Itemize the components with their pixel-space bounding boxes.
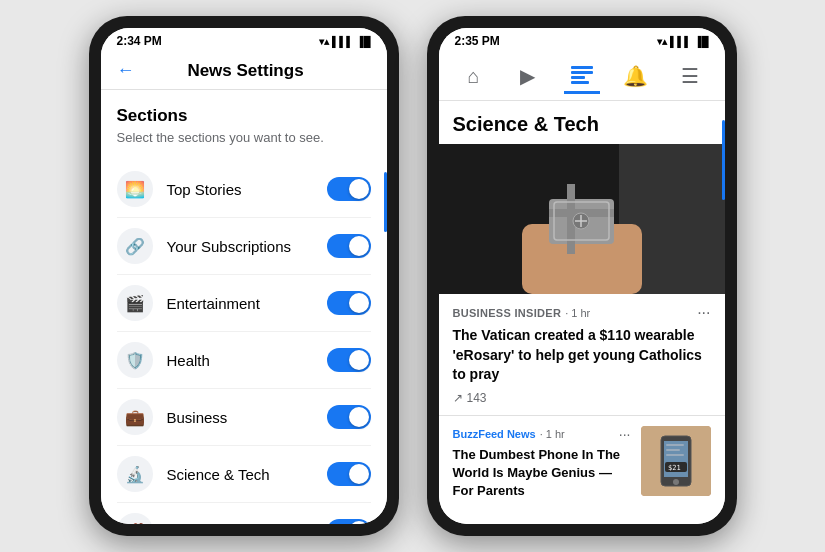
time-right: 2:35 PM [455, 34, 500, 48]
article-1: BUSINESS INSIDER · 1 hr ··· The Vatican … [439, 294, 725, 416]
svg-rect-1 [571, 71, 593, 74]
business-label: Business [167, 409, 327, 426]
status-icons-right: ▾▴ ▌▌▌ ▐█ [657, 36, 708, 47]
article-2-source-row: BuzzFeed News · 1 hr ··· [453, 426, 631, 442]
scroll-indicator-right [722, 120, 725, 200]
subscriptions-label: Your Subscriptions [167, 238, 327, 255]
hero-img-content [439, 144, 725, 294]
status-bar-left: 2:34 PM ▾▴ ▌▌▌ ▐█ [101, 28, 387, 52]
sections-subtitle: Select the sections you want to see. [117, 130, 371, 145]
svg-rect-0 [571, 66, 593, 69]
svg-rect-21 [666, 449, 680, 451]
status-icons-left: ▾▴ ▌▌▌ ▐█ [319, 36, 370, 47]
share-icon: ↗ [453, 391, 463, 405]
health-toggle[interactable] [327, 348, 371, 372]
section-item-sports: 🏈 Sports [117, 503, 371, 524]
svg-rect-20 [666, 444, 684, 446]
sports-icon: 🏈 [117, 513, 153, 524]
svg-text:$21: $21 [668, 464, 681, 472]
business-toggle[interactable] [327, 405, 371, 429]
nav-menu[interactable]: ☰ [672, 58, 708, 94]
nav-home[interactable]: ⌂ [456, 58, 492, 94]
phone-left: 2:34 PM ▾▴ ▌▌▌ ▐█ ← News Settings Sectio… [89, 16, 399, 536]
nav-notifications[interactable]: 🔔 [618, 58, 654, 94]
wifi-icon: ▾▴ [319, 36, 329, 47]
phone-left-screen: 2:34 PM ▾▴ ▌▌▌ ▐█ ← News Settings Sectio… [101, 28, 387, 524]
entertainment-icon: 🎬 [117, 285, 153, 321]
health-icon: 🛡️ [117, 342, 153, 378]
science-tech-label: Science & Tech [167, 466, 327, 483]
section-item-entertainment: 🎬 Entertainment [117, 275, 371, 332]
nav-video[interactable]: ▶ [510, 58, 546, 94]
section-item-science-tech: 🔬 Science & Tech [117, 446, 371, 503]
article-2-text: BuzzFeed News · 1 hr ··· The Dumbest Pho… [453, 426, 631, 501]
section-item-subscriptions: 🔗 Your Subscriptions [117, 218, 371, 275]
article-1-source-name: BUSINESS INSIDER [453, 307, 562, 319]
top-stories-label: Top Stories [167, 181, 327, 198]
section-item-health: 🛡️ Health [117, 332, 371, 389]
battery-icon-right: ▐█ [694, 36, 708, 47]
science-tech-toggle[interactable] [327, 462, 371, 486]
back-button[interactable]: ← [117, 60, 135, 81]
svg-rect-2 [571, 76, 585, 79]
news-section-title: Science & Tech [439, 101, 725, 144]
time-left: 2:34 PM [117, 34, 162, 48]
sports-toggle[interactable] [327, 519, 371, 524]
signal-icon-right: ▌▌▌ [670, 36, 691, 47]
science-tech-icon: 🔬 [117, 456, 153, 492]
sports-label: Sports [167, 523, 327, 525]
top-stories-toggle[interactable] [327, 177, 371, 201]
business-icon: 💼 [117, 399, 153, 435]
phone-right-screen: 2:35 PM ▾▴ ▌▌▌ ▐█ ⌂ ▶ [439, 28, 725, 524]
subscriptions-toggle[interactable] [327, 234, 371, 258]
entertainment-toggle[interactable] [327, 291, 371, 315]
svg-rect-22 [666, 454, 684, 456]
section-item-business: 💼 Business [117, 389, 371, 446]
settings-title: News Settings [151, 61, 341, 81]
article-2-time: · 1 hr [540, 428, 565, 440]
nav-news[interactable] [564, 58, 600, 94]
top-stories-icon: 🌅 [117, 171, 153, 207]
hero-image [439, 144, 725, 294]
article-1-more-button[interactable]: ··· [697, 304, 710, 322]
article-2-source-name: BuzzFeed News [453, 428, 536, 440]
health-label: Health [167, 352, 327, 369]
phone-right: 2:35 PM ▾▴ ▌▌▌ ▐█ ⌂ ▶ [427, 16, 737, 536]
article-2-more-button[interactable]: ··· [619, 426, 631, 442]
scroll-indicator-left [384, 172, 387, 232]
article-2-thumbnail: $21 [641, 426, 711, 496]
settings-content: Sections Select the sections you want to… [101, 90, 387, 524]
article-1-title: The Vatican created a $110 wearable 'eRo… [453, 326, 711, 385]
battery-icon: ▐█ [356, 36, 370, 47]
subscriptions-icon: 🔗 [117, 228, 153, 264]
sections-heading: Sections [117, 106, 371, 126]
svg-point-19 [673, 479, 679, 485]
entertainment-label: Entertainment [167, 295, 327, 312]
signal-icon: ▌▌▌ [332, 36, 353, 47]
news-content: Science & Tech [439, 101, 725, 524]
shares-count: 143 [467, 391, 487, 405]
article-1-shares: ↗ 143 [453, 391, 711, 405]
article-1-time: · 1 hr [565, 307, 590, 319]
section-item-top-stories: 🌅 Top Stories [117, 161, 371, 218]
svg-rect-3 [571, 81, 589, 84]
status-bar-right: 2:35 PM ▾▴ ▌▌▌ ▐█ [439, 28, 725, 52]
settings-header: ← News Settings [101, 52, 387, 90]
article-2: BuzzFeed News · 1 hr ··· The Dumbest Pho… [439, 416, 725, 511]
wifi-icon-right: ▾▴ [657, 36, 667, 47]
article-1-source-row: BUSINESS INSIDER · 1 hr ··· [453, 304, 711, 322]
article-2-title: The Dumbest Phone In The World Is Maybe … [453, 446, 631, 501]
news-nav: ⌂ ▶ 🔔 ☰ [439, 52, 725, 101]
phones-container: 2:34 PM ▾▴ ▌▌▌ ▐█ ← News Settings Sectio… [89, 16, 737, 536]
